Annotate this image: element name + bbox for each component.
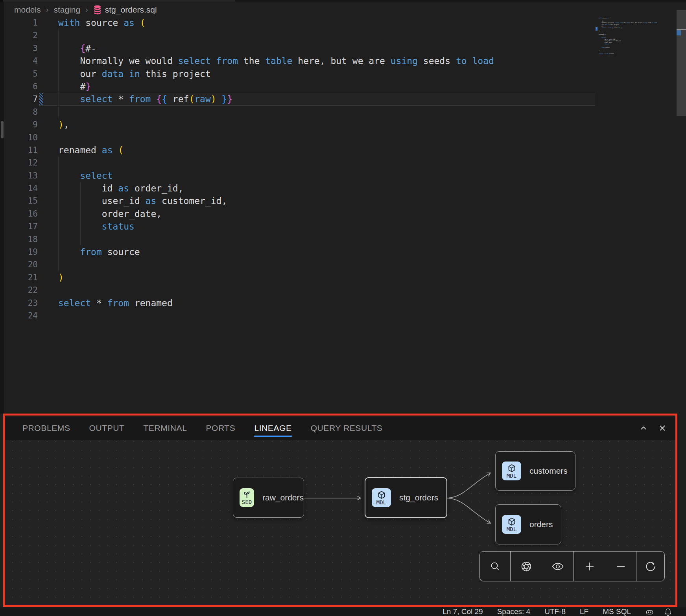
line-number: 19 [8, 246, 38, 258]
code-line-23[interactable]: select * from renamed [599, 53, 608, 55]
code-line-3[interactable]: {#- [58, 42, 494, 55]
code-line-16[interactable]: order_date, [58, 208, 494, 220]
close-icon[interactable] [657, 423, 668, 433]
code-line-17[interactable]: status [58, 220, 494, 233]
code-line-1[interactable]: with source as ( [58, 17, 494, 29]
editor-gutter: 123456789101112131415161718192021222324 [8, 17, 38, 322]
code-line-7[interactable]: select * from {{ ref(raw) }} [599, 27, 608, 29]
minimap-modified-marker [596, 27, 597, 31]
badge-label: SED [242, 499, 252, 505]
minimap-code: with source as ( {#- Normally we would s… [599, 17, 608, 57]
code-line-17[interactable]: status [599, 43, 608, 45]
node-label: orders [529, 520, 553, 529]
code-line-4[interactable]: Normally we would select from the table … [58, 55, 494, 67]
seed-badge: SED [240, 488, 254, 507]
code-line-13[interactable]: select [58, 169, 494, 182]
code-line-24[interactable] [58, 309, 494, 322]
badge-label: MDL [507, 473, 516, 479]
code-line-22[interactable] [58, 284, 494, 296]
code-line-8[interactable] [58, 106, 494, 118]
top-strip-rest [235, 0, 686, 2]
line-number: 20 [8, 258, 38, 271]
panel-tab-output[interactable]: OUTPUT [89, 416, 125, 440]
chevron-up-icon[interactable] [638, 423, 649, 433]
breadcrumb-item-models[interactable]: models [14, 5, 41, 15]
code-line-21[interactable]: ) [58, 271, 494, 284]
code-line-2[interactable] [58, 29, 494, 42]
code-line-18[interactable] [58, 233, 494, 246]
zoom-out-icon[interactable] [615, 561, 627, 572]
lineage-node-raw-orders[interactable]: SED raw_orders [233, 478, 304, 518]
code-line-5[interactable]: our data in this project [58, 68, 494, 80]
bell-icon[interactable] [664, 607, 673, 616]
overview-ruler-modified-marker [677, 30, 681, 35]
badge-label: MDL [376, 499, 386, 506]
bottom-panel-annotation-box: PROBLEMSOUTPUTTERMINALPORTSLINEAGEQUERY … [3, 414, 677, 607]
editor-scrollbar-thumb[interactable] [677, 10, 686, 116]
code-line-20[interactable] [58, 258, 494, 271]
vscode-window: models › staging › stg_orders.sql 123456… [0, 0, 686, 616]
status-bar: Ln 7, Col 29Spaces: 4UTF-8LFMS SQL [0, 607, 686, 616]
code-line-15[interactable]: user_id as customer_id, [58, 195, 494, 207]
lineage-node-stg-orders[interactable]: MDL stg_orders [365, 477, 447, 518]
lineage-node-orders[interactable]: MDL orders [495, 504, 561, 544]
status-item[interactable]: LF [580, 607, 588, 616]
panel-tab-ports[interactable]: PORTS [206, 416, 235, 440]
status-items: Ln 7, Col 29Spaces: 4UTF-8LFMS SQL [443, 607, 631, 616]
code-line-1[interactable]: with source as ( [599, 17, 608, 19]
model-badge: MDL [372, 488, 391, 507]
line-number: 11 [8, 144, 38, 156]
code-editor[interactable]: with source as ( {#- Normally we would s… [58, 17, 494, 322]
line-number: 21 [8, 271, 38, 284]
code-line-24[interactable] [599, 55, 608, 56]
line-number: 12 [8, 156, 38, 169]
code-line-12[interactable] [58, 156, 494, 169]
zoom-in-icon[interactable] [584, 561, 596, 572]
refresh-icon[interactable] [645, 561, 656, 572]
breadcrumb-item-staging[interactable]: staging [53, 5, 80, 15]
toolbar-section-refresh [636, 552, 664, 581]
code-line-11[interactable]: renamed as ( [58, 144, 494, 156]
code-line-19[interactable]: from source [58, 246, 494, 258]
lineage-canvas[interactable]: SED raw_orders MDL stg_orders [5, 440, 675, 605]
code-line-6[interactable]: #} [58, 80, 494, 93]
status-item[interactable]: Spaces: 4 [497, 607, 531, 616]
code-line-10[interactable] [58, 131, 494, 144]
cube-icon [377, 490, 386, 500]
line-number: 6 [8, 80, 38, 93]
line-number: 14 [8, 182, 38, 195]
model-badge: MDL [502, 515, 521, 534]
line-number: 23 [8, 297, 38, 309]
search-icon[interactable] [489, 561, 501, 572]
line-number: 13 [8, 169, 38, 182]
line-number: 5 [8, 68, 38, 80]
cube-icon [507, 463, 516, 473]
lineage-node-customers[interactable]: MDL customers [495, 451, 575, 491]
eye-icon[interactable] [551, 560, 564, 573]
node-label: customers [529, 466, 568, 476]
copilot-icon[interactable] [645, 607, 654, 616]
panel-tab-problems[interactable]: PROBLEMS [22, 416, 70, 440]
line-number: 1 [8, 17, 38, 29]
left-scrollbar-thumb[interactable] [1, 121, 4, 138]
code-line-19[interactable]: from source [599, 47, 608, 48]
status-item[interactable]: UTF-8 [544, 607, 566, 616]
minimap[interactable]: with source as ( {#- Normally we would s… [599, 17, 669, 61]
panel-tab-query-results[interactable]: QUERY RESULTS [311, 416, 383, 440]
status-item[interactable]: Ln 7, Col 29 [443, 607, 483, 616]
left-edge-strip [0, 2, 4, 414]
line-number: 22 [8, 284, 38, 296]
toolbar-section-view [511, 552, 574, 581]
breadcrumb: models › staging › stg_orders.sql [14, 2, 157, 18]
aperture-icon[interactable] [520, 561, 532, 572]
breadcrumb-file-name[interactable]: stg_orders.sql [105, 5, 157, 15]
code-line-7[interactable]: select * from {{ ref(raw) }} [58, 93, 494, 105]
status-item[interactable]: MS SQL [603, 607, 631, 616]
edge-stg-to-customers [447, 473, 491, 498]
code-line-11[interactable]: renamed as ( [599, 33, 608, 35]
panel-tab-terminal[interactable]: TERMINAL [143, 416, 187, 440]
code-line-9[interactable]: ), [58, 118, 494, 131]
code-line-23[interactable]: select * from renamed [58, 297, 494, 309]
code-line-14[interactable]: id as order_id, [58, 182, 494, 195]
panel-tab-lineage[interactable]: LINEAGE [254, 416, 291, 440]
